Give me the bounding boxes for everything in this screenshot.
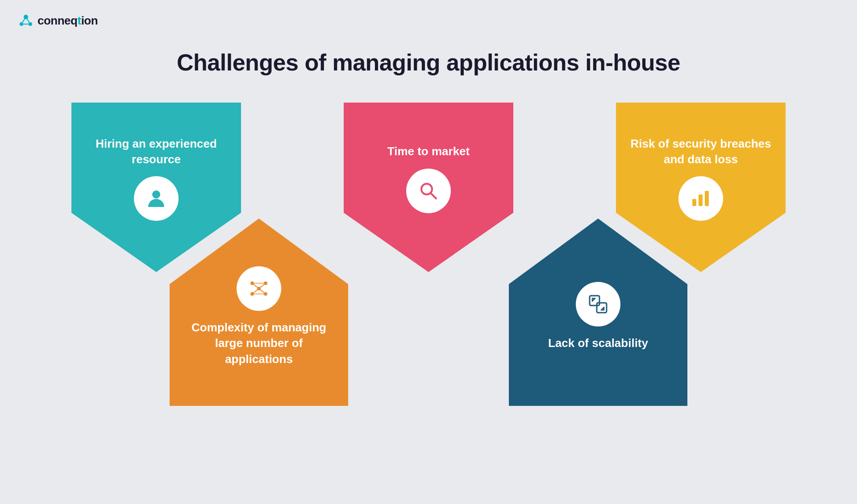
logo: conneqtion (18, 12, 98, 29)
svg-rect-9 (692, 199, 696, 206)
logo-icon (18, 12, 34, 29)
card-scalability-label: Lack of scalability (548, 335, 648, 351)
svg-line-19 (252, 289, 259, 294)
card-complexity: Complexity of managing large number of a… (170, 219, 348, 406)
cards-container: Hiring an experienced resource Time to m… (36, 103, 821, 486)
search-icon (416, 179, 441, 203)
svg-line-3 (21, 17, 26, 24)
svg-line-17 (252, 283, 259, 289)
svg-line-4 (26, 17, 30, 24)
card-complexity-label: Complexity of managing large number of a… (183, 320, 335, 367)
page-title: Challenges of managing applications in-h… (0, 49, 857, 76)
logo-text: conneqtion (37, 14, 98, 28)
svg-rect-11 (705, 191, 709, 206)
card-complexity-icon-circle (237, 266, 281, 311)
svg-rect-10 (699, 194, 703, 206)
card-security-label: Risk of security breaches and data loss (629, 136, 772, 167)
card-hiring-label: Hiring an experienced resource (85, 136, 228, 167)
svg-rect-23 (590, 296, 599, 306)
chart-icon (689, 186, 713, 211)
card-time-icon-circle (406, 169, 451, 213)
card-time-label: Time to market (387, 144, 470, 159)
network-icon (247, 277, 271, 301)
person-icon (144, 186, 168, 211)
svg-line-18 (259, 283, 266, 289)
card-scalability-icon-circle (576, 282, 620, 326)
card-time-to-market: Time to market (344, 103, 513, 272)
card-hiring-icon-circle (134, 176, 179, 221)
svg-line-20 (259, 289, 266, 294)
scale-icon (586, 292, 610, 316)
svg-point-6 (152, 190, 160, 198)
card-security-icon-circle (678, 176, 723, 221)
card-scalability: Lack of scalability (509, 219, 687, 406)
svg-line-8 (431, 193, 436, 198)
svg-rect-24 (597, 303, 607, 313)
